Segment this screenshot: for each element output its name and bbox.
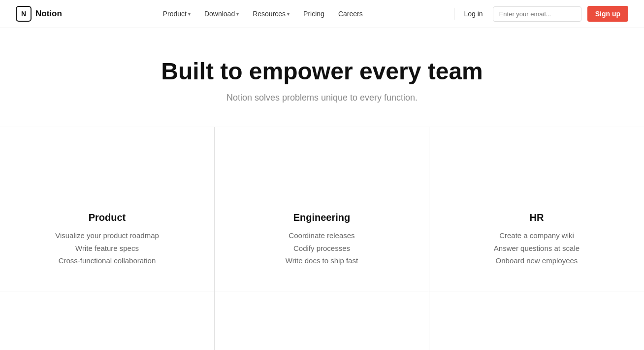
signup-button[interactable]: Sign up — [587, 6, 628, 22]
hero-subtitle: Notion solves problems unique to every f… — [16, 93, 628, 103]
nav-actions: Log in Sign up — [460, 6, 628, 22]
hr-desc: Create a company wikiAnswer questions at… — [494, 229, 580, 267]
feature-engineering: Engineering Coordinate releasesCodify pr… — [215, 127, 429, 291]
hero-section: Built to empower every team Notion solve… — [0, 28, 644, 127]
chevron-down-icon: ▾ — [188, 11, 191, 17]
feature-marketing: Marketing — [429, 291, 644, 350]
product-title: Product — [89, 212, 126, 223]
chevron-down-icon: ▾ — [236, 11, 239, 17]
nav-careers[interactable]: Careers — [332, 7, 369, 21]
chevron-down-icon: ▾ — [287, 11, 290, 17]
feature-hr: HR Create a company wikiAnswer questions… — [429, 127, 644, 291]
logo-text: Notion — [35, 9, 62, 19]
product-desc: Visualize your product roadmapWrite feat… — [55, 229, 159, 267]
logo[interactable]: N Notion — [16, 6, 62, 22]
feature-sales: Sales — [215, 291, 429, 350]
feature-product: Product Visualize your product roadmapWr… — [0, 127, 215, 291]
features-grid: Product Visualize your product roadmapWr… — [0, 127, 644, 350]
engineering-desc: Coordinate releasesCodify processesWrite… — [286, 229, 358, 267]
engineering-title: Engineering — [293, 212, 351, 223]
feature-design: Design — [0, 291, 215, 350]
hero-title: Built to empower every team — [16, 58, 628, 85]
notion-icon: N — [16, 6, 32, 22]
nav-download[interactable]: Download ▾ — [198, 7, 245, 21]
email-input[interactable] — [493, 6, 581, 22]
nav-product[interactable]: Product ▾ — [157, 7, 196, 21]
navbar: N Notion Product ▾ Download ▾ Resources … — [0, 0, 644, 28]
nav-links: Product ▾ Download ▾ Resources ▾ Pricing… — [78, 7, 448, 21]
login-button[interactable]: Log in — [460, 7, 487, 21]
nav-resources[interactable]: Resources ▾ — [247, 7, 295, 21]
nav-pricing[interactable]: Pricing — [297, 7, 330, 21]
hr-title: HR — [530, 212, 544, 223]
nav-divider — [454, 8, 454, 20]
